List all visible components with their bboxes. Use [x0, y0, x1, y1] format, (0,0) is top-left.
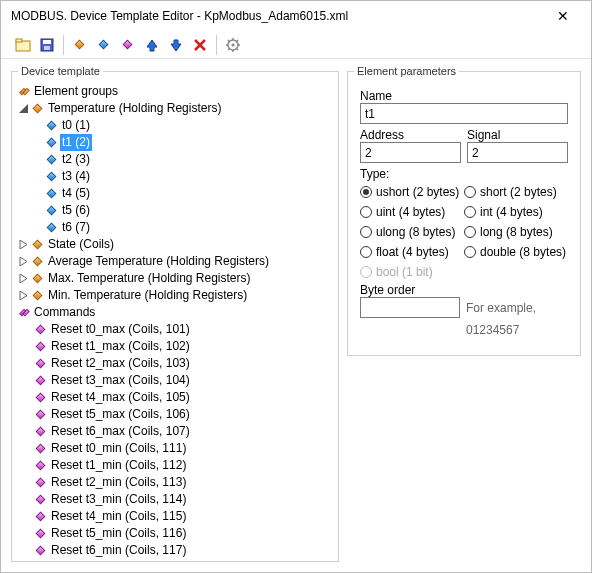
settings-button[interactable]: [221, 34, 245, 56]
diamond-orange-icon: [33, 274, 43, 284]
svg-point-6: [231, 43, 234, 46]
group-state[interactable]: State (Coils): [18, 236, 332, 253]
name-label: Name: [360, 89, 568, 103]
group-temperature[interactable]: Temperature (Holding Registers): [18, 100, 332, 117]
diamond-magenta-icon: [36, 444, 46, 454]
tree-element[interactable]: t4 (5): [18, 185, 332, 202]
diamond-orange-icon: [74, 40, 84, 50]
type-radio-ushort[interactable]: ushort (2 bytes): [360, 185, 464, 199]
radio-icon: [464, 186, 476, 198]
radio-icon: [464, 206, 476, 218]
type-radio-float[interactable]: float (4 bytes): [360, 245, 464, 259]
tree-command[interactable]: Reset t3_max (Coils, 104): [18, 372, 332, 389]
radio-icon: [360, 186, 372, 198]
signal-input[interactable]: [467, 142, 568, 163]
type-label: Type:: [360, 167, 568, 181]
tree-command[interactable]: Reset t2_max (Coils, 103): [18, 355, 332, 372]
group-max[interactable]: Max. Temperature (Holding Registers): [18, 270, 332, 287]
diamond-magenta-icon: [36, 478, 46, 488]
window-title: MODBUS. Device Template Editor - KpModbu…: [11, 9, 543, 23]
diamond-magenta-icon: [36, 410, 46, 420]
svg-line-13: [237, 40, 239, 42]
diamond-orange-icon: [33, 257, 43, 267]
diamond-blue-icon: [47, 223, 57, 233]
diamond-magenta-icon: [36, 495, 46, 505]
byteorder-label: Byte order: [360, 283, 568, 297]
type-radio-int[interactable]: int (4 bytes): [464, 205, 568, 219]
add-element-button[interactable]: [92, 34, 116, 56]
diamond-magenta-icon: [36, 359, 46, 369]
move-down-button[interactable]: [164, 34, 188, 56]
diamond-blue-icon: [47, 206, 57, 216]
diamond-magenta-icon: [36, 342, 46, 352]
type-radio-ulong[interactable]: ulong (8 bytes): [360, 225, 464, 239]
tree-command[interactable]: Reset t6_max (Coils, 107): [18, 423, 332, 440]
tree-command[interactable]: Reset t1_min (Coils, 112): [18, 457, 332, 474]
type-radio-short[interactable]: short (2 bytes): [464, 185, 568, 199]
close-button[interactable]: ✕: [543, 8, 583, 24]
address-label: Address: [360, 128, 461, 142]
type-radio-long[interactable]: long (8 bytes): [464, 225, 568, 239]
diamond-blue-icon: [47, 172, 57, 182]
tree-command[interactable]: Reset t4_min (Coils, 115): [18, 508, 332, 525]
device-template-legend: Device template: [18, 65, 103, 77]
group-icon: [18, 88, 32, 95]
tree-element[interactable]: t6 (7): [18, 219, 332, 236]
diamond-magenta-icon: [36, 461, 46, 471]
diamond-orange-icon: [33, 291, 43, 301]
diamond-blue-icon: [98, 40, 108, 50]
diamond-magenta-icon: [122, 40, 132, 50]
diamond-magenta-icon: [36, 325, 46, 335]
type-radio-double[interactable]: double (8 bytes): [464, 245, 568, 259]
svg-rect-4: [44, 46, 50, 50]
expand-icon[interactable]: [18, 239, 29, 250]
expand-icon[interactable]: [18, 290, 29, 301]
byteorder-input[interactable]: [360, 297, 460, 318]
svg-rect-1: [16, 39, 22, 42]
tree-command[interactable]: Reset t3_min (Coils, 114): [18, 491, 332, 508]
toolbar-separator: [216, 35, 217, 55]
add-command-button[interactable]: [116, 34, 140, 56]
diamond-magenta-icon: [36, 427, 46, 437]
delete-button[interactable]: [188, 34, 212, 56]
tree-command[interactable]: Reset t0_max (Coils, 101): [18, 321, 332, 338]
tree-command[interactable]: Reset t5_min (Coils, 116): [18, 525, 332, 542]
commands-node[interactable]: Commands: [18, 304, 332, 321]
diamond-magenta-icon: [36, 546, 46, 556]
save-file-button[interactable]: [35, 34, 59, 56]
tree-command[interactable]: Reset t6_min (Coils, 117): [18, 542, 332, 559]
tree-command[interactable]: Reset t0_min (Coils, 111): [18, 440, 332, 457]
tree-element[interactable]: t2 (3): [18, 151, 332, 168]
tree-element[interactable]: t0 (1): [18, 117, 332, 134]
radio-icon: [360, 266, 372, 278]
diamond-orange-icon: [33, 240, 43, 250]
tree-element[interactable]: t5 (6): [18, 202, 332, 219]
svg-line-11: [228, 40, 230, 42]
radio-icon: [360, 226, 372, 238]
diamond-blue-icon: [47, 121, 57, 131]
element-parameters-panel: Element parameters Name Address Signal T…: [347, 65, 581, 356]
group-min[interactable]: Min. Temperature (Holding Registers): [18, 287, 332, 304]
byteorder-hint: For example, 01234567: [466, 297, 568, 341]
tree-element-selected[interactable]: t1 (2): [18, 134, 332, 151]
tree-command[interactable]: Reset t1_max (Coils, 102): [18, 338, 332, 355]
svg-line-14: [228, 48, 230, 50]
collapse-icon[interactable]: [18, 103, 29, 114]
tree-command[interactable]: Reset t2_min (Coils, 113): [18, 474, 332, 491]
add-group-button[interactable]: [68, 34, 92, 56]
expand-icon[interactable]: [18, 256, 29, 267]
tree-command[interactable]: Reset t4_max (Coils, 105): [18, 389, 332, 406]
tree-root[interactable]: Element groups: [18, 83, 332, 100]
tree-element[interactable]: t3 (4): [18, 168, 332, 185]
group-avg[interactable]: Average Temperature (Holding Registers): [18, 253, 332, 270]
tree-command[interactable]: Reset t5_max (Coils, 106): [18, 406, 332, 423]
toolbar: [1, 31, 591, 59]
expand-icon[interactable]: [18, 273, 29, 284]
type-radio-uint[interactable]: uint (4 bytes): [360, 205, 464, 219]
device-template-panel: Device template Element groups Temperatu…: [11, 65, 339, 562]
name-input[interactable]: [360, 103, 568, 124]
address-input[interactable]: [360, 142, 461, 163]
title-bar: MODBUS. Device Template Editor - KpModbu…: [1, 1, 591, 31]
open-file-button[interactable]: [11, 34, 35, 56]
move-up-button[interactable]: [140, 34, 164, 56]
